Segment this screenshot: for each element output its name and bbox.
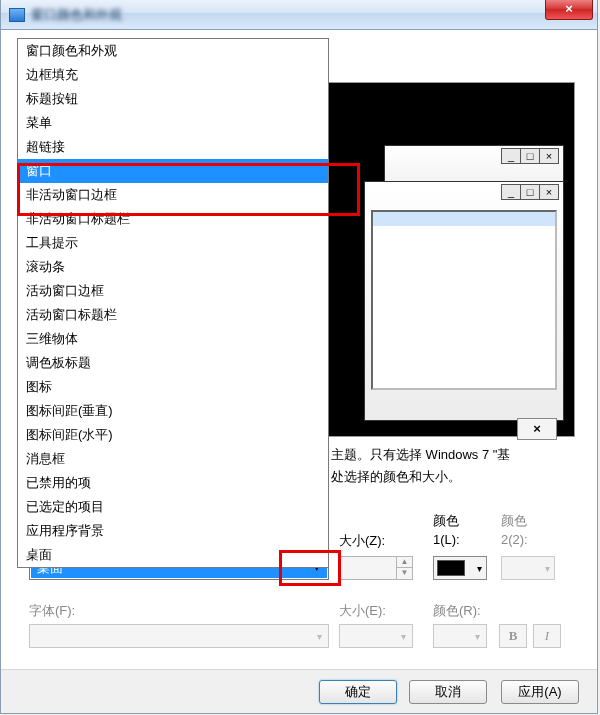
dropdown-item[interactable]: 滚动条	[18, 255, 328, 279]
dialog-window: 窗口颜色和外观 × _□× _□× × 主题。只有选择 Windows 7 "基	[0, 0, 598, 714]
chevron-down-icon	[401, 628, 406, 643]
dropdown-item[interactable]: 边框填充	[18, 63, 328, 87]
dropdown-item[interactable]: 图标间距(垂直)	[18, 399, 328, 423]
button-bar: 确定 取消 应用(A)	[1, 669, 597, 713]
dropdown-item[interactable]: 活动窗口边框	[18, 279, 328, 303]
dropdown-item[interactable]: 非活动窗口边框	[18, 183, 328, 207]
preview-selected-line	[373, 212, 555, 226]
dropdown-item[interactable]: 非活动窗口标题栏	[18, 207, 328, 231]
maximize-icon: □	[520, 184, 540, 200]
fontcolor-combobox	[433, 624, 487, 648]
ok-button[interactable]: 确定	[319, 680, 397, 704]
fontsize-combobox	[339, 624, 413, 648]
color2-combobox	[501, 556, 555, 580]
color2-header: 颜色	[501, 512, 527, 530]
dropdown-item[interactable]: 调色板标题	[18, 351, 328, 375]
spinner-buttons[interactable]: ▲▼	[396, 557, 412, 579]
minimize-icon: _	[501, 148, 521, 164]
preview-window-controls-2: _□×	[502, 184, 559, 200]
dropdown-item[interactable]: 已选定的项目	[18, 495, 328, 519]
dropdown-item[interactable]: 应用程序背景	[18, 519, 328, 543]
color1-combobox[interactable]	[433, 556, 487, 580]
preview-active-window: _□× ×	[364, 181, 564, 421]
hint-text: 主题。只有选择 Windows 7 "基 处选择的颜色和大小。	[331, 444, 577, 488]
dropdown-item[interactable]: 三维物体	[18, 327, 328, 351]
apply-button[interactable]: 应用(A)	[501, 680, 579, 704]
dropdown-item[interactable]: 菜单	[18, 111, 328, 135]
size-label: 大小(Z):	[339, 532, 385, 550]
dropdown-item[interactable]: 标题按钮	[18, 87, 328, 111]
close-icon: ×	[539, 184, 559, 200]
dropdown-item[interactable]: 已禁用的项	[18, 471, 328, 495]
spin-up-icon[interactable]: ▲	[396, 557, 412, 568]
close-icon: ×	[539, 148, 559, 164]
client-area: _□× _□× × 主题。只有选择 Windows 7 "基 处选择的颜色和大小…	[1, 30, 597, 713]
window-title: 窗口颜色和外观	[31, 6, 122, 24]
preview-window-controls: _□×	[502, 148, 559, 164]
preview-msgbox-close: ×	[517, 418, 557, 440]
preview-textbox	[371, 210, 557, 390]
dropdown-item[interactable]: 消息框	[18, 447, 328, 471]
maximize-icon: □	[520, 148, 540, 164]
dropdown-item[interactable]: 图标	[18, 375, 328, 399]
dropdown-item[interactable]: 桌面	[18, 543, 328, 567]
chevron-down-icon	[317, 628, 322, 643]
fontcolor-label: 颜色(R):	[433, 602, 481, 620]
font-label: 字体(F):	[29, 602, 75, 620]
cancel-button[interactable]: 取消	[409, 680, 487, 704]
app-icon	[9, 8, 25, 22]
italic-button: I	[533, 624, 561, 648]
dropdown-header[interactable]: 窗口颜色和外观	[18, 39, 328, 63]
dropdown-item[interactable]: 工具提示	[18, 231, 328, 255]
color1-header: 颜色	[433, 512, 459, 530]
chevron-down-icon	[545, 560, 550, 575]
color2-label: 2(2):	[501, 532, 528, 547]
dropdown-item[interactable]: 图标间距(水平)	[18, 423, 328, 447]
spin-down-icon[interactable]: ▼	[396, 568, 412, 579]
dropdown-item[interactable]: 窗口	[18, 159, 328, 183]
color1-swatch	[437, 560, 465, 576]
dropdown-item[interactable]: 超链接	[18, 135, 328, 159]
fontsize-label: 大小(E):	[339, 602, 386, 620]
hint-line-2: 处选择的颜色和大小。	[331, 469, 461, 484]
font-combobox	[29, 624, 329, 648]
item-dropdown-list[interactable]: 窗口颜色和外观 边框填充标题按钮菜单超链接窗口非活动窗口边框非活动窗口标题栏工具…	[17, 38, 329, 568]
size-spinner[interactable]: ▲▼	[339, 556, 413, 580]
bold-button: B	[499, 624, 527, 648]
color1-label: 1(L):	[433, 532, 460, 547]
chevron-down-icon	[475, 628, 480, 643]
chevron-down-icon[interactable]	[477, 560, 482, 575]
minimize-icon: _	[501, 184, 521, 200]
dropdown-item[interactable]: 活动窗口标题栏	[18, 303, 328, 327]
hint-line-1: 主题。只有选择 Windows 7 "基	[331, 447, 510, 462]
titlebar[interactable]: 窗口颜色和外观 ×	[1, 0, 597, 30]
window-close-button[interactable]: ×	[545, 0, 593, 20]
